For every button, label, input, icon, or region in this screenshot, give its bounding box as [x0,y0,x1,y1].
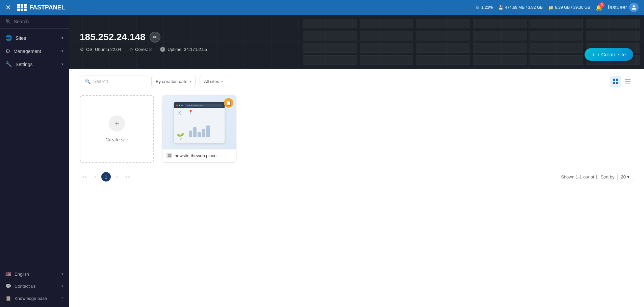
svg-rect-6 [625,83,630,84]
sites-chevron-icon: ▾ [61,36,63,40]
user-menu-button[interactable]: fastuser [608,3,639,12]
sidebar-footer-language[interactable]: 🇺🇸 English ▾ [0,268,69,280]
language-chevron-icon: ▾ [61,272,63,276]
sidebar-item-management-label: Management [14,49,61,54]
ram-icon: 💾 [498,5,504,10]
svg-rect-3 [616,82,618,84]
cores-icon: ◇ [129,47,133,52]
create-site-card-label: Create site [105,137,128,142]
sort-select[interactable]: 20 ▾ [617,173,633,181]
server-os: ⚙ OS: Ubuntu 22.04 [80,47,121,52]
knowledge-external-icon: ↗ [60,296,63,301]
svg-rect-2 [613,82,615,84]
thumb-bar-2 [193,127,197,137]
sidebar-search-icon: 🔍 [5,19,11,24]
last-page-button[interactable]: >> [123,172,132,182]
sidebar-footer-knowledge[interactable]: 📋 Knowledge base ↗ [0,292,69,304]
thumb-dot-red [176,105,178,106]
sites-grid: + Create site newsite.theweb.place [69,91,644,167]
sidebar-item-sites-label: Sites [16,35,61,41]
contact-label: Contact us [15,284,61,289]
notification-button[interactable]: 🔔 0 [596,4,602,11]
create-site-header-button[interactable]: + + Create site [585,48,633,61]
filter-all-sites-button[interactable]: All sites ▾ [200,76,227,87]
sidebar-footer: 🇺🇸 English ▾ 💬 Contact us ▾ 📋 Knowledge … [0,265,69,307]
filter-date-chevron-icon: ▾ [189,80,191,83]
logo-icon [17,4,27,11]
sidebar-nav: 🌐 Sites ▾ ⚙ Management ▾ 🔧 Settings ▾ [0,29,69,265]
pagination-info: Shown 1-1 out of 1 Sort by 20 ▾ [561,173,633,181]
close-button[interactable]: ✕ [5,3,11,11]
sites-icon: 🌐 [5,35,12,41]
sidebar-item-settings[interactable]: 🔧 Settings ▾ [0,58,69,71]
username-label: fastuser [608,4,627,10]
server-meta: ⚙ OS: Ubuntu 22.04 ◇ Cores: 2 🕐 Uptime: … [80,47,633,52]
thumb-chart [189,125,210,137]
site-card-footer: 🖼 newsite.theweb.place [162,149,236,162]
disk-stat: 📁 6.39 GB / 39.30 GB [548,5,590,10]
server-cores: ◇ Cores: 2 [129,47,152,52]
site-badge: 📋 [224,98,233,108]
content-area: 🔍 Search By creation date ▾ All sites ▾ [69,69,644,307]
management-icon: ⚙ [5,48,10,54]
content-toolbar: 🔍 Search By creation date ▾ All sites ▾ [69,69,644,91]
current-page-button[interactable]: 1 [101,172,111,182]
server-ip-row: 185.252.24.148 ✏ [80,32,633,43]
edit-server-button[interactable]: ✏ [150,32,160,43]
pagination-row: << < 1 > >> Shown 1-1 out of 1 Sort by 2… [69,167,644,187]
sidebar-search[interactable]: 🔍 Search [0,15,69,29]
server-uptime: 🕐 Uptime: 34:17:52:55 [160,47,207,52]
site-thumb-inner: newsite.theweb.place 🌱 [174,102,225,143]
management-chevron-icon: ▾ [61,49,63,53]
filter-by-date-button[interactable]: By creation date ▾ [151,76,196,87]
sidebar-item-sites[interactable]: 🌐 Sites ▾ [0,31,69,45]
sites-search-box[interactable]: 🔍 Search [80,76,147,87]
prev-page-button[interactable]: < [91,172,100,182]
first-page-button[interactable]: << [80,172,89,182]
filter-date-label: By creation date [156,79,187,84]
site-badge-icon: 📋 [226,100,232,106]
svg-rect-0 [613,79,615,81]
sort-chevron-icon: ▾ [627,174,629,179]
svg-rect-4 [625,79,630,80]
grid-view-toggle[interactable] [610,76,621,87]
contact-chevron-icon: ▾ [61,284,63,288]
thumb-bar-1 [189,131,192,137]
sites-search-icon: 🔍 [85,79,91,84]
contact-icon: 💬 [5,283,11,289]
knowledge-label: Knowledge base [15,296,60,301]
create-site-header-label: + Create site [597,52,626,57]
thumb-bar-5 [206,125,210,137]
list-view-toggle[interactable] [622,76,633,87]
cpu-icon: 🖥 [475,5,480,10]
logo-text: FASTPANEL [29,4,65,11]
sites-search-placeholder: Search [93,79,108,84]
sidebar-item-management[interactable]: ⚙ Management ▾ [0,45,69,58]
thumb-dot-green [181,105,183,106]
uptime-icon: 🕐 [160,47,165,52]
sidebar-footer-contact[interactable]: 💬 Contact us ▾ [0,280,69,292]
settings-icon: 🔧 [5,61,12,67]
view-toggles [610,76,633,87]
sidebar-item-settings-label: Settings [16,62,61,67]
next-page-button[interactable]: > [112,172,122,182]
disk-icon: 📁 [548,5,553,10]
knowledge-icon: 📋 [5,296,11,301]
topbar: ✕ FASTPANEL 🖥 1.23% 💾 474.69 MB / 3.82 G… [0,0,644,15]
site-favicon: 🖼 [166,153,172,158]
settings-chevron-icon: ▾ [61,62,63,66]
create-plus-icon: + [109,115,125,132]
thumb-url-bar: newsite.theweb.place [185,104,223,107]
site-name: newsite.theweb.place [175,153,216,158]
sort-by-label: Sort by [600,174,614,179]
language-label: English [15,272,61,277]
site-card[interactable]: newsite.theweb.place 🌱 [162,95,236,163]
sidebar: 🔍 Search 🌐 Sites ▾ ⚙ Management ▾ 🔧 Sett… [0,15,69,307]
thumb-bar-4 [202,129,205,137]
per-page-value: 20 [621,174,626,179]
thumb-bar-3 [198,132,201,137]
create-site-card[interactable]: + Create site [80,95,154,163]
sidebar-search-placeholder: Search [14,19,29,24]
os-icon: ⚙ [80,47,84,52]
create-site-plus-icon: + [592,52,595,57]
